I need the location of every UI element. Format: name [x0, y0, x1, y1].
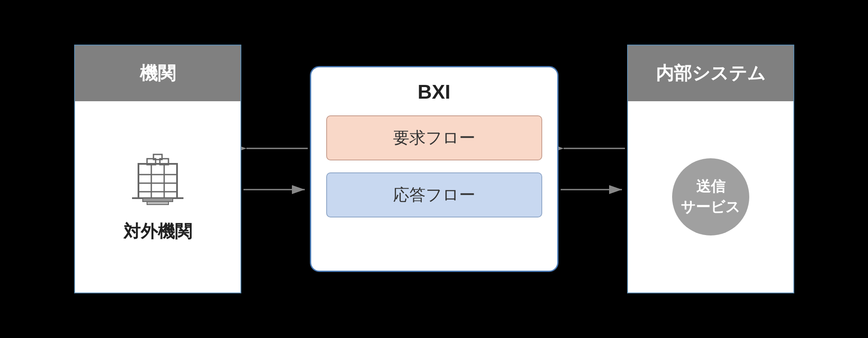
right-arrow-section	[559, 141, 627, 197]
svg-rect-11	[147, 202, 168, 205]
svg-rect-10	[143, 198, 173, 202]
diagram-container: 機関	[27, 30, 841, 308]
left-box-header-text: 機関	[140, 61, 176, 85]
request-flow-box: 要求フロー	[326, 115, 542, 160]
center-box: BXI 要求フロー 応答フロー	[310, 66, 559, 272]
left-box-label: 対外機関	[123, 220, 192, 243]
center-title: BXI	[417, 80, 451, 103]
svg-rect-0	[138, 164, 177, 198]
right-box-header-text: 内部システム	[656, 61, 766, 85]
left-box-header: 機関	[75, 45, 240, 101]
left-arrow-section	[241, 141, 310, 197]
response-flow-box: 応答フロー	[326, 172, 542, 217]
right-box-body: 送信サービス	[628, 101, 793, 293]
right-box: 内部システム 送信サービス	[627, 45, 794, 293]
service-label: 送信サービス	[681, 176, 740, 217]
left-box-body: 対外機関	[75, 101, 240, 293]
service-circle: 送信サービス	[672, 158, 749, 235]
right-arrow-top-icon	[559, 141, 627, 156]
left-arrow-bottom-icon	[241, 182, 310, 197]
left-arrow-top-icon	[241, 141, 310, 156]
left-box: 機関	[74, 45, 241, 293]
right-box-header: 内部システム	[628, 45, 793, 101]
building-icon	[128, 151, 188, 211]
right-arrow-bottom-icon	[559, 182, 627, 197]
